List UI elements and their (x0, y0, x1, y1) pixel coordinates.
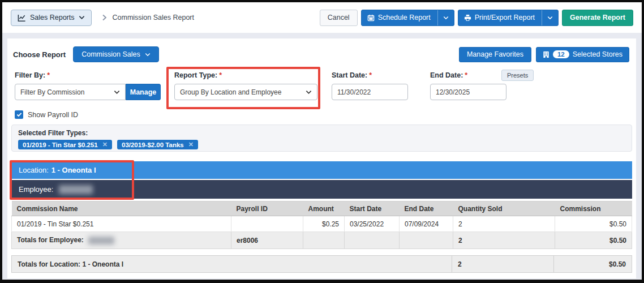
filter-chip-label: 01/2019 - Tin Star $0.251 (23, 142, 98, 148)
cell-payroll-id (231, 216, 303, 232)
end-date-label: End Date:* (430, 71, 506, 79)
filter-chip-label: 03/2019-$2.00 Tanks (122, 142, 184, 148)
selected-filter-types-title: Selected Filter Types: (18, 129, 625, 137)
required-marker: * (465, 71, 467, 79)
report-panel: Choose Report Commission Sales Manage Fa… (7, 38, 636, 278)
report-type-group: Report Type:* Group By Location and Empl… (174, 71, 317, 100)
chevron-down-icon[interactable] (542, 16, 558, 20)
location-totals-label: Totals for Location: 1 - Oneonta I (12, 256, 452, 272)
col-header-end-date: End Date (400, 201, 453, 216)
report-select-dropdown[interactable]: Commission Sales (73, 46, 159, 62)
toolbar-actions: Cancel Schedule Report Print/Export Repo… (320, 10, 633, 26)
report-type-select[interactable]: Group By Location and Employee (174, 84, 317, 100)
redacted-employee-name (88, 237, 114, 245)
print-export-report-button[interactable]: Print/Export Report (458, 10, 559, 26)
filter-by-group: Filter By:* Filter By Commission Manage (15, 71, 161, 100)
selected-filter-types-panel: Selected Filter Types: 01/2019 - Tin Sta… (11, 125, 632, 152)
employee-totals-quantity-sold: 2 (453, 232, 555, 249)
breadcrumb-chevron-icon (102, 14, 107, 21)
employee-totals-label-cell: Totals for Employee: (12, 232, 231, 249)
commission-report-table: Commission Name Payroll ID Amount Start … (11, 201, 632, 249)
sales-reports-dropdown[interactable]: Sales Reports (11, 10, 92, 26)
cell-end-date: 07/09/2024 (400, 216, 453, 232)
employee-totals-payroll-id: er8006 (231, 232, 303, 249)
filter-row: Filter By:* Filter By Commission Manage … (15, 71, 629, 104)
col-header-start-date: Start Date (345, 201, 400, 216)
cancel-button[interactable]: Cancel (320, 10, 358, 26)
show-payroll-id-label: Show Payroll ID (28, 111, 78, 119)
remove-chip-icon[interactable]: ✕ (102, 141, 108, 148)
print-export-report-label: Print/Export Report (473, 14, 537, 22)
empty-cell (303, 232, 345, 249)
remove-chip-icon[interactable]: ✕ (188, 141, 194, 148)
location-label: Location: (19, 166, 49, 174)
printer-icon (464, 14, 471, 22)
location-totals-quantity-sold: 2 (452, 256, 553, 272)
check-icon (16, 112, 22, 117)
chevron-down-icon (306, 90, 312, 95)
cell-start-date: 03/25/2022 (345, 216, 400, 232)
building-icon (543, 51, 549, 58)
filter-chips: 01/2019 - Tin Star $0.251 ✕ 03/2019-$2.0… (18, 140, 625, 149)
choose-report-label: Choose Report (13, 50, 66, 59)
location-value: 1 - Oneonta I (51, 166, 96, 174)
col-header-commission: Commission (555, 201, 632, 216)
calendar-icon (367, 14, 375, 22)
chevron-down-icon[interactable] (438, 16, 454, 20)
filter-by-select[interactable]: Filter By Commission (15, 84, 126, 100)
required-marker: * (369, 71, 372, 79)
report-type-label: Report Type:* (174, 71, 317, 79)
location-totals-row: Totals for Location: 1 - Oneonta I 2 $0.… (11, 255, 632, 273)
required-marker: * (47, 71, 50, 79)
empty-cell (345, 232, 400, 249)
table-row: 01/2019 - Tin Star $0.251 $0.25 03/25/20… (12, 216, 632, 232)
start-date-label: Start Date:* (332, 71, 408, 79)
choose-report-actions: Manage Favorites 12 Selected Stores (459, 47, 629, 62)
start-date-input[interactable] (332, 84, 408, 100)
table-header-row: Commission Name Payroll ID Amount Start … (12, 201, 632, 216)
show-payroll-id-option: Show Payroll ID (15, 110, 78, 119)
filter-chip[interactable]: 01/2019 - Tin Star $0.251 ✕ (18, 140, 112, 149)
schedule-report-label: Schedule Report (376, 14, 433, 22)
cell-commission: $0.50 (555, 216, 632, 232)
end-date-input[interactable] (430, 84, 506, 100)
manage-filters-button[interactable]: Manage (126, 84, 161, 100)
sales-reports-label: Sales Reports (30, 14, 75, 22)
redacted-employee-name (59, 185, 93, 194)
col-header-quantity-sold: Quantity Sold (453, 201, 555, 216)
chevron-down-icon (145, 53, 151, 57)
col-header-commission-name: Commission Name (12, 201, 231, 216)
employee-totals-row: Totals for Employee: er8006 2 $0.50 (12, 232, 632, 249)
report-select-label: Commission Sales (81, 50, 140, 58)
location-totals-commission: $0.50 (553, 256, 632, 272)
location-group-header: Location: 1 - Oneonta I (11, 161, 632, 179)
required-marker: * (219, 71, 222, 79)
filter-by-label: Filter By:* (15, 71, 161, 79)
start-date-group: Start Date:* (332, 71, 408, 100)
app-window: Sales Reports Commission Sales Report Ca… (0, 0, 644, 283)
cell-amount: $0.25 (303, 216, 345, 232)
col-header-amount: Amount (303, 201, 345, 216)
employee-group-header: Employee: (11, 180, 632, 199)
selected-stores-button[interactable]: 12 Selected Stores (536, 47, 629, 62)
generate-report-button[interactable]: Generate Report (562, 10, 633, 26)
empty-cell (400, 232, 453, 249)
chevron-down-icon (79, 15, 85, 20)
chevron-down-icon (114, 90, 120, 95)
filter-chip[interactable]: 03/2019-$2.00 Tanks ✕ (117, 140, 198, 149)
employee-label: Employee: (19, 185, 53, 194)
cell-commission-name: 01/2019 - Tin Star $0.251 (12, 216, 231, 232)
manage-favorites-button[interactable]: Manage Favorites (459, 47, 531, 62)
breadcrumb-current: Commission Sales Report (113, 14, 195, 22)
show-payroll-id-checkbox[interactable] (15, 110, 23, 119)
presets-button[interactable]: Presets (501, 70, 534, 81)
col-header-payroll-id: Payroll ID (231, 201, 303, 216)
top-toolbar: Sales Reports Commission Sales Report Ca… (2, 2, 642, 33)
selected-stores-count-badge: 12 (553, 50, 569, 58)
cell-quantity-sold: 2 (453, 216, 555, 232)
choose-report-row: Choose Report Commission Sales Manage Fa… (13, 46, 629, 62)
chart-line-icon (18, 14, 26, 22)
employee-totals-commission: $0.50 (555, 232, 632, 249)
schedule-report-button[interactable]: Schedule Report (361, 10, 454, 26)
selected-stores-label: Selected Stores (573, 50, 622, 58)
